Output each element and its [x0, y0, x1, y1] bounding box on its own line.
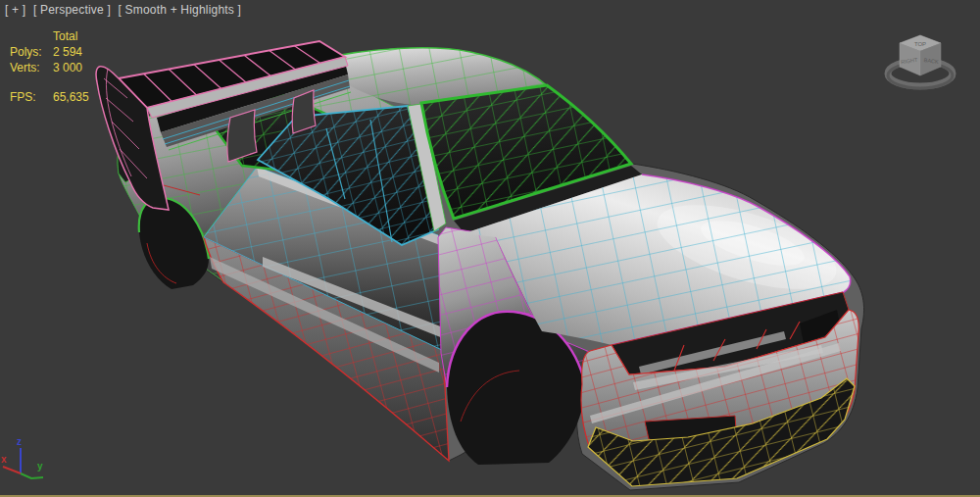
statistics-header: Total: [53, 28, 89, 44]
car-mesh-object[interactable]: [96, 41, 863, 490]
viewport-label-bar: [ + ] [ Perspective ] [ Smooth + Highlig…: [5, 3, 245, 17]
viewport-menu-general[interactable]: [ + ]: [5, 3, 25, 17]
viewcube-top-label: TOP: [914, 41, 926, 47]
axis-x-line: [3, 467, 21, 473]
viewport-menu-shading[interactable]: [ Smooth + Highlights ]: [118, 3, 241, 17]
axis-z-label: z: [17, 436, 22, 447]
statistics-row-verts: Verts: 3 000: [10, 60, 89, 75]
viewport-canvas[interactable]: [ + ] [ Perspective ] [ Smooth + Highlig…: [0, 0, 980, 497]
viewport-menu-pov[interactable]: [ Perspective ]: [33, 3, 111, 17]
polys-label: Polys:: [10, 44, 53, 60]
axis-y-label: y: [37, 461, 43, 472]
verts-label: Verts:: [10, 60, 53, 75]
viewcube[interactable]: TOP RIGHT BACK: [876, 22, 964, 100]
spoiler-support: [227, 110, 257, 162]
axis-x-label: x: [1, 454, 7, 465]
statistics-overlay: Total Polys: 2 594 Verts: 3 000 FPS: 65,…: [10, 28, 89, 105]
fps-label: FPS:: [10, 89, 53, 105]
verts-value: 3 000: [53, 60, 82, 75]
statistics-row-polys: Polys: 2 594: [10, 44, 89, 60]
axis-tripod: z x y: [1, 436, 43, 478]
fps-value: 65,635: [53, 89, 89, 105]
scene-3d-view: z x y: [0, 0, 980, 497]
polys-value: 2 594: [53, 44, 82, 60]
statistics-row-fps: FPS: 65,635: [10, 89, 89, 105]
axis-y-line: [21, 473, 43, 478]
